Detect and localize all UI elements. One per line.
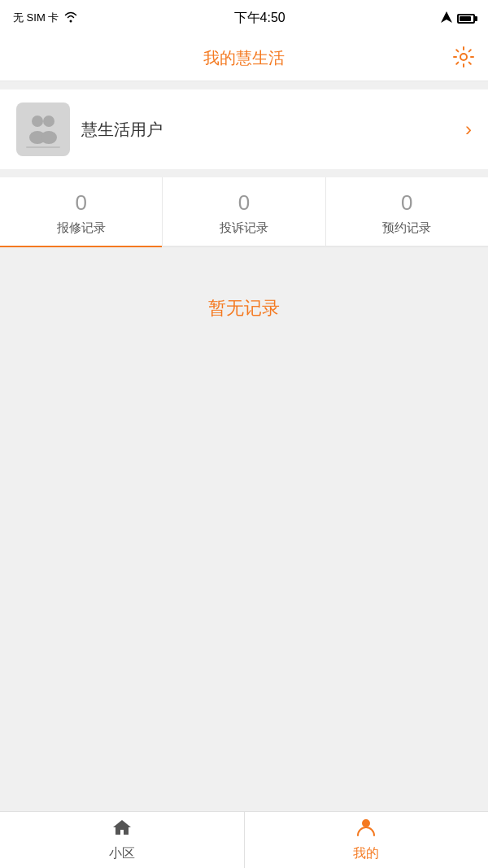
appointment-label: 预约记录 (326, 220, 488, 236)
status-time: 下午4:50 (234, 10, 285, 27)
bottom-tab-bar: 小区 我的 (0, 811, 488, 868)
svg-point-5 (41, 131, 57, 144)
svg-marker-0 (441, 11, 452, 23)
svg-point-4 (43, 116, 54, 127)
tab-community[interactable]: 小区 (0, 812, 245, 868)
person-icon (355, 818, 377, 842)
battery-icon (457, 11, 475, 24)
page-title: 我的慧生活 (203, 47, 285, 69)
profile-chevron-icon[interactable]: › (465, 118, 472, 141)
tab-mine-label: 我的 (353, 845, 379, 862)
empty-state-text: 暂无记录 (208, 296, 280, 321)
complaint-label: 投诉记录 (163, 220, 325, 236)
complaint-count: 0 (163, 190, 325, 216)
appointment-count: 0 (326, 190, 488, 216)
tab-community-label: 小区 (109, 845, 135, 862)
profile-section[interactable]: 慧生活用户 › (0, 89, 488, 169)
status-left: 无 SIM 卡 (13, 11, 78, 25)
nav-bar: 我的慧生活 (0, 36, 488, 81)
svg-point-7 (362, 819, 370, 827)
location-icon (441, 11, 452, 25)
status-right (441, 11, 475, 25)
svg-point-2 (32, 116, 43, 127)
profile-left: 慧生活用户 (16, 103, 163, 156)
stat-item-repair[interactable]: 0 报修记录 (0, 177, 163, 246)
repair-label: 报修记录 (0, 220, 162, 236)
svg-rect-6 (26, 146, 60, 148)
svg-point-1 (460, 54, 467, 60)
tab-mine[interactable]: 我的 (245, 812, 489, 868)
status-bar: 无 SIM 卡 下午4:50 (0, 0, 488, 36)
sim-status: 无 SIM 卡 (13, 11, 59, 25)
avatar (16, 103, 70, 156)
wifi-icon (63, 11, 78, 25)
settings-button[interactable] (452, 46, 475, 72)
stat-item-appointment[interactable]: 0 预约记录 (326, 177, 488, 246)
stats-section: 0 报修记录 0 投诉记录 0 预约记录 (0, 177, 488, 247)
repair-count: 0 (0, 190, 162, 216)
profile-name: 慧生活用户 (81, 119, 163, 141)
home-icon (111, 818, 133, 842)
stat-item-complaint[interactable]: 0 投诉记录 (163, 177, 325, 246)
content-area: 暂无记录 (0, 247, 488, 654)
